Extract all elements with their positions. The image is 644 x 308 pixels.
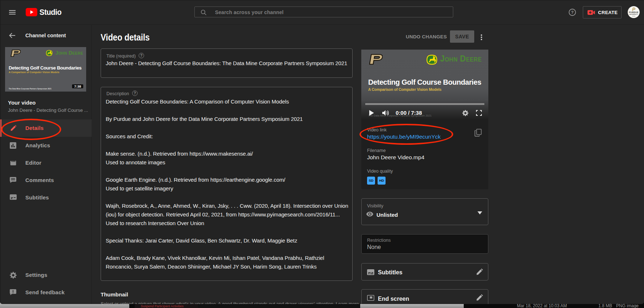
- svg-text:?: ?: [571, 10, 573, 14]
